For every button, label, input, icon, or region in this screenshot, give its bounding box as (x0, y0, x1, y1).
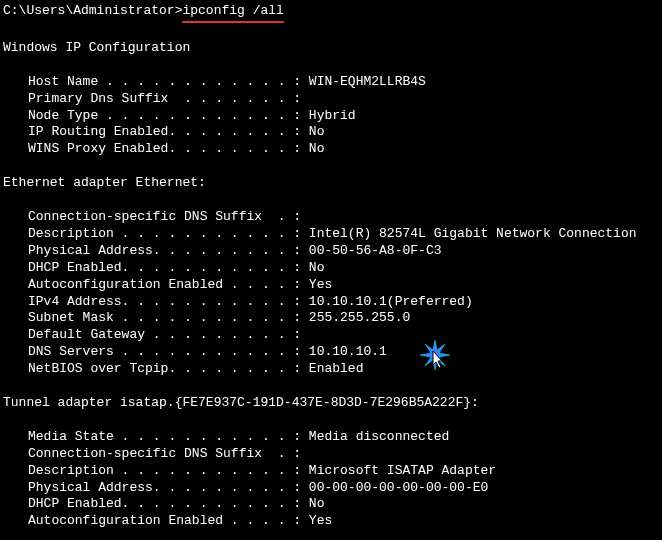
eth-desc-row: Description . . . . . . . . . . . : Inte… (3, 226, 659, 243)
tun-desc-row: Description . . . . . . . . . . . : Micr… (3, 463, 659, 480)
section-header-ethernet: Ethernet adapter Ethernet: (3, 175, 659, 192)
node-type-label: Node Type . . . . . . . . . . . . : (28, 108, 309, 123)
eth-ipv4-value: 10.10.10.1(Preferred) (309, 294, 473, 309)
eth-dns-row: DNS Servers . . . . . . . . . . . : 10.1… (3, 344, 659, 361)
tun-dhcp-row: DHCP Enabled. . . . . . . . . . . : No (3, 496, 659, 513)
eth-netbios-label: NetBIOS over Tcpip. . . . . . . . : (28, 361, 309, 376)
ip-routing-value: No (309, 124, 325, 139)
section-header-tunnel: Tunnel adapter isatap.{FE7E937C-191D-437… (3, 395, 659, 412)
eth-dhcp-label: DHCP Enabled. . . . . . . . . . . : (28, 260, 309, 275)
node-type-row: Node Type . . . . . . . . . . . . : Hybr… (3, 108, 659, 125)
tun-media-value: Media disconnected (309, 429, 449, 444)
host-name-label: Host Name . . . . . . . . . . . . : (28, 74, 309, 89)
tun-desc-value: Microsoft ISATAP Adapter (309, 463, 496, 478)
eth-dhcp-value: No (309, 260, 325, 275)
tun-autoconf-value: Yes (309, 513, 332, 528)
wins-proxy-label: WINS Proxy Enabled. . . . . . . . : (28, 141, 309, 156)
eth-ipv4-label: IPv4 Address. . . . . . . . . . . : (28, 294, 309, 309)
eth-desc-value: Intel(R) 82574L Gigabit Network Connecti… (309, 226, 637, 241)
host-name-value: WIN-EQHM2LLRB4S (309, 74, 426, 89)
tun-conn-suffix-row: Connection-specific DNS Suffix . : (3, 446, 659, 463)
eth-netbios-value: Enabled (309, 361, 364, 376)
tun-phys-row: Physical Address. . . . . . . . . : 00-0… (3, 480, 659, 497)
eth-netbios-row: NetBIOS over Tcpip. . . . . . . . : Enab… (3, 361, 659, 378)
primary-dns-label: Primary Dns Suffix . . . . . . . : (28, 91, 301, 106)
tun-autoconf-label: Autoconfiguration Enabled . . . . : (28, 513, 309, 528)
ip-routing-row: IP Routing Enabled. . . . . . . . : No (3, 124, 659, 141)
ip-routing-label: IP Routing Enabled. . . . . . . . : (28, 124, 309, 139)
tun-media-row: Media State . . . . . . . . . . . : Medi… (3, 429, 659, 446)
eth-phys-label: Physical Address. . . . . . . . . : (28, 243, 309, 258)
tun-dhcp-value: No (309, 496, 325, 511)
eth-dns-label: DNS Servers . . . . . . . . . . . : (28, 344, 309, 359)
eth-subnet-label: Subnet Mask . . . . . . . . . . . : (28, 310, 309, 325)
eth-conn-suffix-row: Connection-specific DNS Suffix . : (3, 209, 659, 226)
eth-subnet-value: 255.255.255.0 (309, 310, 410, 325)
eth-ipv4-row: IPv4 Address. . . . . . . . . . . : 10.1… (3, 294, 659, 311)
tun-desc-label: Description . . . . . . . . . . . : (28, 463, 309, 478)
eth-autoconf-label: Autoconfiguration Enabled . . . . : (28, 277, 309, 292)
wins-proxy-value: No (309, 141, 325, 156)
eth-autoconf-row: Autoconfiguration Enabled . . . . : Yes (3, 277, 659, 294)
tun-phys-value: 00-00-00-00-00-00-00-E0 (309, 480, 488, 495)
tun-dhcp-label: DHCP Enabled. . . . . . . . . . . : (28, 496, 309, 511)
tun-autoconf-row: Autoconfiguration Enabled . . . . : Yes (3, 513, 659, 530)
primary-dns-row: Primary Dns Suffix . . . . . . . : (3, 91, 659, 108)
eth-desc-label: Description . . . . . . . . . . . : (28, 226, 309, 241)
host-name-row: Host Name . . . . . . . . . . . . : WIN-… (3, 74, 659, 91)
eth-conn-suffix-label: Connection-specific DNS Suffix . : (28, 209, 301, 224)
eth-phys-row: Physical Address. . . . . . . . . : 00-5… (3, 243, 659, 260)
eth-subnet-row: Subnet Mask . . . . . . . . . . . : 255.… (3, 310, 659, 327)
eth-gateway-label: Default Gateway . . . . . . . . . : (28, 327, 301, 342)
wins-proxy-row: WINS Proxy Enabled. . . . . . . . : No (3, 141, 659, 158)
section-header-ipconfig: Windows IP Configuration (3, 40, 659, 57)
eth-gateway-row: Default Gateway . . . . . . . . . : (3, 327, 659, 344)
typed-command: ipconfig /all (182, 3, 283, 23)
eth-dns-value: 10.10.10.1 (309, 344, 387, 359)
tun-media-label: Media State . . . . . . . . . . . : (28, 429, 309, 444)
eth-phys-value: 00-50-56-A8-0F-C3 (309, 243, 442, 258)
tun-phys-label: Physical Address. . . . . . . . . : (28, 480, 309, 495)
tun-conn-suffix-label: Connection-specific DNS Suffix . : (28, 446, 301, 461)
node-type-value: Hybrid (309, 108, 356, 123)
eth-autoconf-value: Yes (309, 277, 332, 292)
eth-dhcp-row: DHCP Enabled. . . . . . . . . . . : No (3, 260, 659, 277)
prompt-path: C:\Users\Administrator> (3, 3, 182, 23)
command-prompt-line: C:\Users\Administrator>ipconfig /all (3, 3, 659, 23)
